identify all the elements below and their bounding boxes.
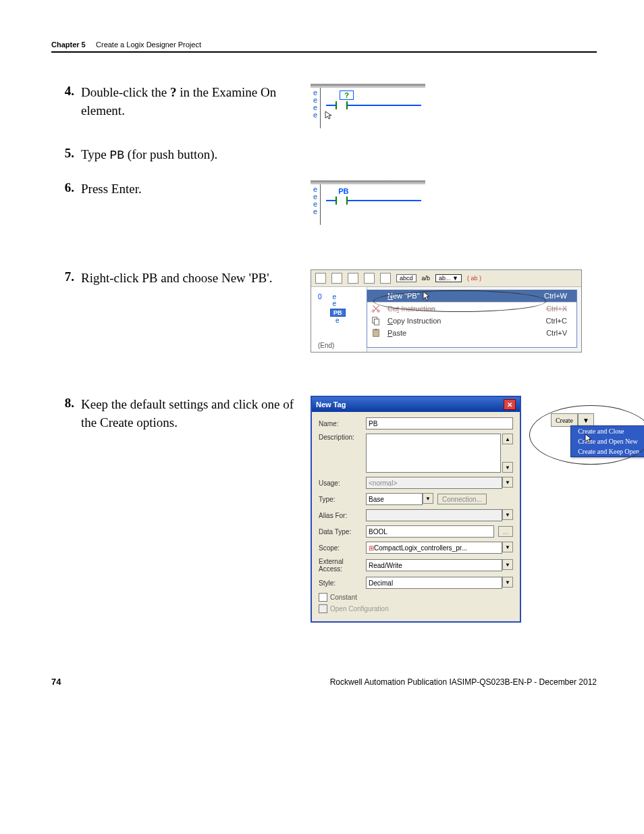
- alias-select: [366, 509, 502, 521]
- dropdown-icon[interactable]: ▼: [502, 559, 513, 570]
- step-text: Press Enter.: [78, 180, 297, 199]
- end-rung-label: (End): [318, 342, 364, 349]
- scope-select[interactable]: ⊞CompactLogix_controllers_pr...: [366, 542, 502, 554]
- step-text: Right-click PB and choose New 'PB'.: [78, 269, 297, 288]
- chapter-title: Create a Logix Designer Project: [96, 41, 201, 49]
- label-alias: Alias For:: [319, 512, 362, 519]
- datatype-browse-button[interactable]: ...: [498, 526, 513, 537]
- create-split-button[interactable]: Create: [551, 413, 578, 427]
- close-button[interactable]: ✕: [504, 399, 516, 410]
- open-config-checkbox-row: Open Configuration: [319, 604, 513, 613]
- step-number: 6.: [51, 180, 78, 195]
- connection-button: Connection...: [437, 494, 487, 504]
- create-dropdown-button[interactable]: ▼: [578, 413, 594, 427]
- step-text: Double-click the ? in the Examine On ele…: [78, 84, 297, 120]
- toolbar-abcd-box[interactable]: abcd: [396, 274, 417, 282]
- label-usage: Usage:: [319, 479, 362, 487]
- step-number: 5.: [51, 146, 78, 161]
- label-type: Type:: [319, 496, 362, 503]
- contact-icon: [336, 197, 348, 205]
- toolbar-icon[interactable]: [348, 273, 358, 284]
- page-footer: 74 Rockwell Automation Publication IASIM…: [51, 677, 597, 687]
- qmark-box: ?: [340, 90, 354, 100]
- menu-create-and-close[interactable]: Create and Close: [571, 426, 644, 436]
- figure-examine-on-question: eeee ?: [311, 84, 425, 130]
- context-menu: New "PB" Ctrl+W Cut Instruction Ctrl+X: [367, 290, 577, 348]
- paste-icon: [371, 328, 381, 338]
- label-datatype: Data Type:: [319, 528, 362, 536]
- svg-rect-5: [375, 329, 377, 331]
- description-textarea[interactable]: [366, 434, 501, 473]
- type-select[interactable]: Base: [366, 493, 423, 505]
- usage-select: <normal>: [366, 477, 502, 489]
- page-number: 74: [51, 677, 61, 687]
- menu-item-new-pb[interactable]: New "PB" Ctrl+W: [367, 290, 576, 302]
- step-text: Keep the default settings and click one …: [78, 396, 297, 432]
- toolbar-icon[interactable]: [364, 273, 375, 284]
- cursor-icon: [423, 291, 432, 302]
- pb-label: PB: [338, 187, 421, 195]
- checkbox-icon: [319, 604, 327, 613]
- label-external: External Access:: [319, 558, 362, 573]
- checkbox-icon[interactable]: [319, 593, 327, 602]
- datatype-input[interactable]: BOOL: [366, 525, 494, 538]
- label-name: Name:: [319, 420, 362, 427]
- pb-tag-highlight[interactable]: PB: [330, 309, 346, 317]
- context-left-rungs: 0 ee PB e (End): [311, 287, 367, 352]
- constant-checkbox-row[interactable]: Constant: [319, 593, 513, 602]
- toolbar-icon[interactable]: [380, 273, 391, 284]
- cursor-icon: [325, 111, 334, 120]
- menu-create-and-open-new[interactable]: Create and Open New: [571, 436, 644, 446]
- toolbar-ab-pink[interactable]: ( ab ): [467, 275, 481, 282]
- external-access-select[interactable]: Read/Write: [366, 559, 502, 571]
- svg-rect-3: [374, 319, 379, 325]
- toolbar-icon[interactable]: [315, 273, 326, 284]
- label-description: Description:: [319, 434, 362, 441]
- dropdown-icon[interactable]: ▼: [502, 542, 513, 552]
- dialog-titlebar: New Tag ✕: [312, 397, 520, 412]
- context-toolbar: abcd a/b ab... ▼ ( ab ): [311, 270, 581, 287]
- label-scope: Scope:: [319, 544, 362, 552]
- step-number: 7.: [51, 269, 78, 284]
- toolbar-icon[interactable]: [331, 273, 342, 284]
- page-header: Chapter 5 Create a Logix Designer Projec…: [51, 41, 597, 57]
- cursor-icon: [585, 434, 594, 444]
- figure-context-menu: abcd a/b ab... ▼ ( ab ) 0 ee PB e (End): [311, 269, 582, 353]
- menu-item-paste[interactable]: Paste Ctrl+V: [367, 327, 576, 339]
- dropdown-icon[interactable]: ▼: [423, 493, 433, 504]
- toolbar-ab-dropdown[interactable]: ab... ▼: [435, 274, 462, 282]
- menu-item-copy[interactable]: Copy Instruction Ctrl+C: [367, 315, 576, 327]
- contact-icon: [336, 101, 348, 109]
- scroll-up-icon[interactable]: ▲: [502, 434, 513, 444]
- chapter-label: Chapter 5: [51, 41, 86, 49]
- step-number: 8.: [51, 396, 78, 411]
- dropdown-icon: ▼: [502, 509, 513, 520]
- figure-new-tag-dialog: New Tag ✕ Name: PB Description:: [311, 396, 594, 623]
- label-style: Style:: [319, 579, 362, 587]
- scissors-icon: [371, 304, 381, 313]
- step-text: Type PB (for push button).: [78, 146, 297, 164]
- menu-item-cut[interactable]: Cut Instruction Ctrl+X: [367, 303, 576, 315]
- dropdown-icon: ▼: [502, 477, 513, 488]
- create-dropdown-menu: Create and Close Create and Open New Cre…: [570, 425, 644, 457]
- scroll-down-icon[interactable]: ▼: [502, 462, 513, 473]
- new-tag-dialog: New Tag ✕ Name: PB Description:: [311, 396, 521, 623]
- header-rule: [51, 51, 597, 53]
- dialog-title-text: New Tag: [316, 400, 346, 409]
- name-input[interactable]: PB: [366, 417, 513, 429]
- menu-create-and-keep-open[interactable]: Create and Keep Open: [571, 446, 644, 457]
- figure-examine-on-pb: eeee PB: [311, 180, 425, 226]
- publication-text: Rockwell Automation Publication IASIMP-Q…: [330, 677, 597, 687]
- copy-icon: [371, 316, 381, 325]
- dropdown-icon[interactable]: ▼: [502, 577, 513, 588]
- step-number: 4.: [51, 84, 78, 99]
- style-select[interactable]: Decimal: [366, 577, 502, 589]
